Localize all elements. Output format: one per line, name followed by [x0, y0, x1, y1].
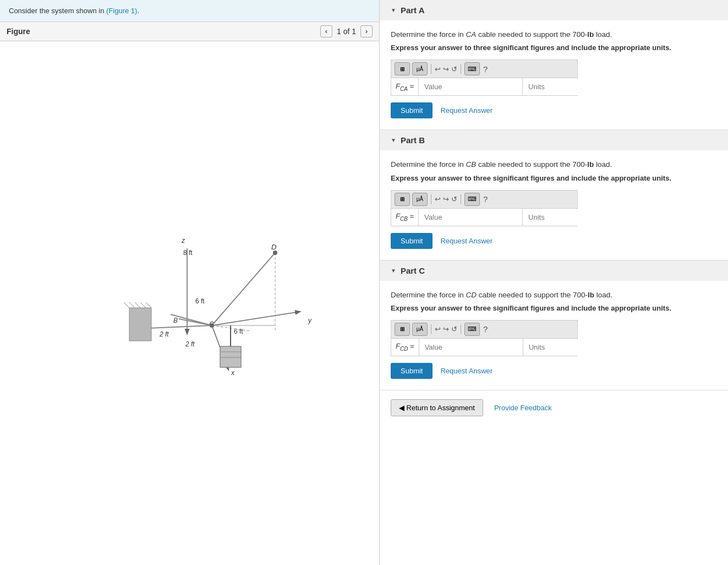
part-c-section: ▼ Part C Determine the force in CD cable…: [380, 260, 728, 390]
part-a-request-answer[interactable]: Request Answer: [440, 106, 492, 115]
figure-area: Figure ‹ 1 of 1 › z y x D B C 2 ft 2 ft: [0, 22, 379, 565]
refresh-icon-a[interactable]: ↺: [451, 65, 457, 73]
svg-line-23: [124, 302, 129, 308]
left-panel: Consider the system shown in (Figure 1).…: [0, 0, 380, 565]
svg-text:6 ft: 6 ft: [195, 297, 205, 305]
svg-rect-22: [129, 308, 151, 341]
part-a-toolbar: ⊞ μÅ ↩ ↪ ↺ ⌨ ?: [391, 59, 578, 78]
part-a-triangle: ▼: [391, 7, 396, 13]
mu-button-a[interactable]: μÅ: [412, 62, 428, 75]
problem-text: Consider the system shown in: [9, 7, 106, 15]
svg-point-33: [210, 323, 214, 328]
figure-header: Figure ‹ 1 of 1 ›: [0, 22, 379, 41]
svg-line-13: [212, 312, 300, 325]
svg-line-16: [149, 325, 212, 328]
part-a-body: Determine the force in CA cable needed t…: [380, 20, 728, 129]
svg-line-24: [129, 302, 135, 308]
part-b-input-row: FCB =: [391, 208, 578, 226]
figure-nav: ‹ 1 of 1 ›: [320, 25, 373, 37]
formula-button-a[interactable]: ⊞: [395, 62, 410, 75]
svg-text:z: z: [181, 237, 185, 245]
sep1-c: [431, 324, 431, 334]
next-figure-button[interactable]: ›: [360, 25, 373, 37]
prev-figure-button[interactable]: ‹: [320, 25, 332, 37]
help-icon-a[interactable]: ?: [483, 64, 488, 74]
provide-feedback-link[interactable]: Provide Feedback: [494, 404, 552, 412]
part-a-label-fca: FCA =: [391, 82, 418, 92]
part-b-instruction: Express your answer to three significant…: [391, 174, 717, 182]
undo-icon-c[interactable]: ↩: [435, 325, 441, 333]
part-c-request-answer[interactable]: Request Answer: [440, 367, 492, 375]
undo-icon-b[interactable]: ↩: [435, 195, 441, 203]
part-b-submit-button[interactable]: Submit: [391, 233, 433, 249]
formula-button-c[interactable]: ⊞: [395, 323, 410, 336]
formula-button-b[interactable]: ⊞: [395, 193, 410, 206]
figure-content: z y x D B C 2 ft 2 ft A 8 ft 6 ft 6 ft: [0, 41, 379, 565]
undo-icon-a[interactable]: ↩: [435, 65, 441, 73]
part-b-body: Determine the force in CB cable needed t…: [380, 150, 728, 259]
help-icon-c[interactable]: ?: [483, 324, 488, 334]
return-to-assignment-button[interactable]: ◀ Return to Assignment: [391, 399, 483, 416]
refresh-icon-c[interactable]: ↺: [451, 325, 457, 333]
part-b-header[interactable]: ▼ Part B: [380, 130, 728, 150]
redo-icon-c[interactable]: ↪: [443, 325, 449, 333]
part-a-input-row: FCA =: [391, 78, 578, 96]
keyboard-btn-c[interactable]: ⌨: [464, 323, 480, 336]
svg-line-25: [135, 302, 140, 308]
part-a-value-input[interactable]: [418, 78, 523, 95]
part-a-submit-button[interactable]: Submit: [391, 102, 433, 118]
svg-text:2 ft: 2 ft: [185, 340, 195, 348]
svg-text:2 ft: 2 ft: [159, 330, 169, 338]
part-b-label: Part B: [401, 135, 425, 145]
figure-diagram: z y x D B C 2 ft 2 ft A 8 ft 6 ft 6 ft: [63, 226, 316, 381]
part-b-value-input[interactable]: [418, 209, 523, 226]
figure-title: Figure: [7, 27, 30, 36]
part-c-toolbar: ⊞ μÅ ↩ ↪ ↺ ⌨ ?: [391, 320, 578, 338]
part-c-submit-button[interactable]: Submit: [391, 363, 433, 379]
keyboard-btn-b[interactable]: ⌨: [464, 193, 480, 206]
svg-point-32: [273, 251, 277, 255]
part-a-submit-row: Submit Request Answer: [391, 102, 717, 118]
mu-button-b[interactable]: μÅ: [412, 193, 428, 206]
bottom-bar: ◀ Return to Assignment Provide Feedback: [380, 390, 728, 425]
part-c-value-input[interactable]: [419, 339, 523, 356]
mu-button-c[interactable]: μÅ: [412, 323, 428, 336]
part-c-header[interactable]: ▼ Part C: [380, 260, 728, 281]
svg-line-26: [140, 302, 146, 308]
part-b-triangle: ▼: [391, 137, 396, 143]
figure-link[interactable]: (Figure 1): [106, 7, 137, 15]
part-b-units-input[interactable]: [523, 209, 589, 226]
part-b-submit-row: Submit Request Answer: [391, 233, 717, 249]
part-b-question: Determine the force in CB cable needed t…: [391, 159, 717, 170]
part-c-body: Determine the force in CD cable needed t…: [380, 281, 728, 390]
part-c-units-input[interactable]: [523, 339, 589, 356]
right-panel: ▼ Part A Determine the force in CA cable…: [380, 0, 728, 565]
sep1-b: [431, 194, 431, 204]
help-icon-b[interactable]: ?: [483, 194, 488, 204]
part-a-question: Determine the force in CA cable needed t…: [391, 29, 717, 40]
sep2-c: [461, 324, 461, 334]
part-a-units-input[interactable]: [523, 78, 589, 95]
part-a-header[interactable]: ▼ Part A: [380, 0, 728, 20]
sep2-b: [461, 194, 461, 204]
page-indicator: 1 of 1: [337, 27, 356, 36]
part-c-submit-row: Submit Request Answer: [391, 363, 717, 379]
svg-text:D: D: [271, 243, 276, 251]
part-a-label: Part A: [401, 6, 425, 15]
part-b-section: ▼ Part B Determine the force in CB cable…: [380, 130, 728, 260]
svg-line-15: [212, 253, 275, 325]
part-c-instruction: Express your answer to three significant…: [391, 304, 717, 312]
part-c-triangle: ▼: [391, 268, 396, 274]
keyboard-btn-a[interactable]: ⌨: [464, 62, 480, 75]
part-c-label: Part C: [401, 266, 425, 275]
part-c-label-fcd: FCD =: [391, 342, 419, 352]
part-b-request-answer[interactable]: Request Answer: [440, 237, 492, 245]
svg-text:x: x: [231, 369, 235, 377]
redo-icon-a[interactable]: ↪: [443, 65, 449, 73]
redo-icon-b[interactable]: ↪: [443, 195, 449, 203]
svg-rect-28: [220, 346, 241, 367]
sep2-a: [461, 64, 461, 74]
refresh-icon-b[interactable]: ↺: [451, 195, 457, 203]
part-c-question: Determine the force in CD cable needed t…: [391, 290, 717, 301]
svg-line-27: [146, 302, 151, 308]
